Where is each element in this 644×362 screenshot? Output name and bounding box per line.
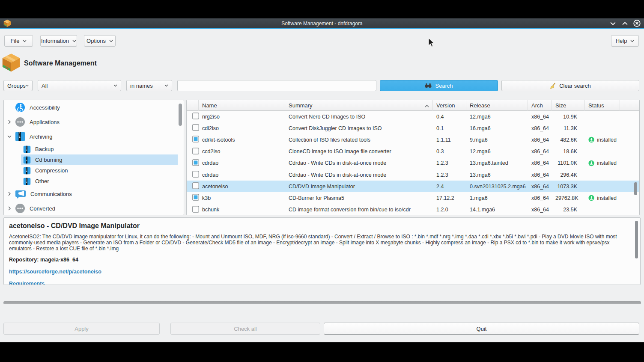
archive-icon (23, 145, 31, 153)
archive-icon (15, 131, 25, 142)
cell-version: 17.12.2 (433, 195, 466, 201)
row-checkbox[interactable] (192, 113, 199, 119)
table-row-acetoneiso[interactable]: acetoneisoCD/DVD Image Manipulator2.40.s… (187, 181, 639, 192)
table-scrollbar[interactable] (634, 182, 637, 195)
sidebar-item-accessibility[interactable]: Accessibility (4, 100, 184, 115)
groups-dropdown[interactable]: Groups (3, 80, 33, 91)
category-dots-icon (15, 117, 25, 127)
sidebar-item-cd-burning[interactable]: Cd burning (4, 154, 184, 165)
chevron-right-icon[interactable] (4, 192, 15, 196)
details-url-link[interactable]: https://sourceforge.net/p/acetoneiso (9, 269, 629, 275)
quit-button[interactable]: Quit (324, 323, 639, 335)
sidebar-item-label: Backup (35, 146, 54, 152)
app-header: Software Management (2, 53, 97, 74)
sidebar-item-communications[interactable]: Communications (4, 187, 184, 201)
sidebar-item-backup[interactable]: Backup (4, 144, 184, 154)
table-row-bchunk[interactable]: bchunkCD image format conversion from bi… (187, 204, 639, 216)
chevron-down-icon (113, 84, 117, 87)
row-checkbox[interactable] (192, 171, 199, 178)
column-header-name[interactable]: Name (199, 100, 285, 111)
cell-size: 18.6K (552, 148, 585, 154)
row-checkbox[interactable] (192, 194, 199, 201)
cell-status: installed (585, 160, 620, 167)
cell-status: installed (585, 194, 620, 202)
status-label: installed (597, 195, 617, 201)
table-row-k3b[interactable]: k3bCD-Burner for Plasma517.12.21.mga6x86… (187, 192, 639, 204)
cell-summary: Convert Nero CD Images to ISO (285, 114, 433, 120)
installed-icon (588, 136, 594, 143)
details-repository: Repository: mageia-x86_64 (9, 257, 629, 263)
chevron-right-icon[interactable] (4, 206, 15, 211)
sidebar-item-compression[interactable]: Compression (4, 165, 184, 176)
chevron-down-icon (26, 84, 29, 87)
sidebar-item-label: Compression (35, 167, 68, 174)
sidebar-item-archiving[interactable]: Archiving (4, 129, 184, 144)
minimize-icon[interactable] (609, 20, 617, 27)
requirements-link[interactable]: Requirements (9, 281, 629, 285)
sidebar-item-other[interactable]: Other (4, 176, 184, 187)
sidebar-item-label: Cd burning (35, 157, 63, 163)
cell-size: 1073.3K (552, 184, 585, 190)
help-menu-button[interactable]: Help (611, 35, 639, 47)
column-header-release[interactable]: Release (466, 100, 528, 111)
row-checkbox[interactable] (192, 124, 199, 131)
chevron-right-icon[interactable] (4, 120, 15, 124)
apply-button[interactable]: Apply (3, 323, 160, 335)
table-row-ccd2iso[interactable]: ccd2isoCloneCD image to ISO image file c… (187, 146, 639, 157)
sidebar-item-applications[interactable]: Applications (4, 115, 184, 129)
maximize-icon[interactable] (621, 20, 629, 27)
cell-version: 1.2.3 (433, 172, 466, 178)
check-all-button[interactable]: Check all (170, 323, 320, 335)
chevron-down-icon (630, 40, 634, 42)
search-button[interactable]: Search (380, 80, 498, 91)
cell-size: 11.3K (552, 125, 585, 131)
file-menu-button[interactable]: File (4, 35, 33, 47)
table-row-cdrkit-isotools[interactable]: cdrkit-isotoolsCollection of ISO files r… (187, 134, 639, 145)
information-menu-button[interactable]: Information (40, 35, 77, 47)
details-scrollbar[interactable] (635, 221, 638, 258)
chevron-down-icon (109, 40, 113, 42)
sidebar-item-label: Applications (30, 119, 60, 125)
table-header-row: NameSummaryVersionReleaseArchSizeStatus (187, 100, 639, 111)
cell-size: 482.6K (552, 137, 585, 143)
chevron-down-icon[interactable] (4, 135, 15, 138)
row-checkbox[interactable] (192, 148, 199, 154)
row-checkbox[interactable] (192, 136, 199, 142)
action-bar: Apply Check all Quit (0, 323, 644, 335)
table-row-cdrdao[interactable]: cdrdaoCdrdao - Write CDs in disk-at-once… (187, 169, 639, 181)
column-header-blank (187, 100, 199, 111)
sidebar-item-label: Accessibility (30, 104, 60, 111)
table-row-cdrdao[interactable]: cdrdaoCdrdao - Write CDs in disk-at-once… (187, 157, 639, 169)
column-header-version[interactable]: Version (433, 100, 466, 111)
cell-arch: x86_64 (528, 172, 552, 178)
row-checkbox[interactable] (192, 182, 199, 189)
table-row-cdi2iso[interactable]: cdi2isoConvert DiskJuggler CD Images to … (187, 122, 639, 134)
package-details-panel: acetoneiso - CD/DVD Image Manipulator Ac… (3, 217, 641, 285)
sidebar-item-label: Archiving (30, 134, 52, 140)
row-checkbox[interactable] (192, 159, 199, 166)
cell-arch: x86_64 (528, 137, 552, 143)
tree-scrollbar[interactable] (179, 104, 182, 126)
close-icon[interactable] (633, 20, 641, 27)
search-scope-dropdown[interactable]: in names (126, 80, 172, 91)
column-header-summary[interactable]: Summary (285, 100, 433, 111)
cell-version: 1.2.3 (433, 160, 466, 166)
chevron-down-icon (164, 84, 168, 87)
clear-search-button[interactable]: Clear search (501, 80, 639, 91)
horizontal-scrollbar[interactable] (3, 301, 641, 304)
column-header-arch[interactable]: Arch (528, 100, 552, 111)
details-title: acetoneiso - CD/DVD Image Manipulator (9, 222, 629, 230)
category-filter-dropdown[interactable]: All (38, 80, 121, 91)
row-checkbox[interactable] (192, 206, 199, 213)
options-menu-button[interactable]: Options (84, 35, 116, 47)
cell-name: k3b (199, 195, 285, 201)
column-header-status[interactable]: Status (585, 100, 620, 111)
search-input[interactable] (177, 80, 376, 91)
category-dots-icon (15, 203, 25, 214)
table-row-nrg2iso[interactable]: nrg2isoConvert Nero CD Images to ISO0.41… (187, 111, 639, 122)
window-titlebar[interactable]: Software Management - dnfdragora (0, 18, 644, 28)
column-header-size[interactable]: Size (552, 100, 585, 111)
cell-name: cdrdao (199, 160, 285, 166)
cell-size: 1101.0K (552, 160, 585, 166)
sidebar-item-converted[interactable]: Converted (4, 201, 184, 215)
